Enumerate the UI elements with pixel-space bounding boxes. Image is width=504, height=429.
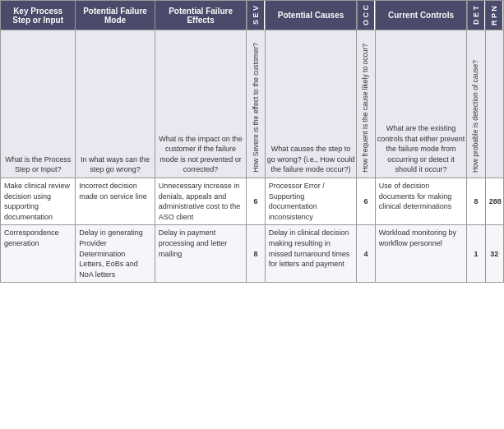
question-det: How probable is detection of cause? bbox=[467, 30, 485, 178]
col-header-failure-mode: Potential Failure Mode bbox=[76, 1, 155, 30]
col-header-rpn: R P N bbox=[485, 1, 503, 30]
cell-occ-1: 6 bbox=[357, 178, 375, 225]
cell-failure-effects-1: Unnecessary increase in denials, appeals… bbox=[155, 178, 247, 225]
cell-controls-2: Workload monitoring by workflow personne… bbox=[375, 225, 467, 283]
header-row-questions: What is the Process Step or Input? In wh… bbox=[1, 30, 504, 178]
col-header-occ: O C C bbox=[357, 1, 375, 30]
question-causes: What causes the step to go wrong? (i.e.,… bbox=[265, 30, 357, 178]
cell-process-2: Correspondence generation bbox=[1, 225, 76, 283]
col-header-failure-effects: Potential Failure Effects bbox=[155, 1, 247, 30]
cell-sev-2: 8 bbox=[247, 225, 265, 283]
question-sev: How Severe is the effect to the customer… bbox=[247, 30, 265, 178]
cell-occ-2: 4 bbox=[357, 225, 375, 283]
question-occ: How frequent is the cause likely to occu… bbox=[357, 30, 375, 178]
col-header-causes: Potential Causes bbox=[265, 1, 357, 30]
cell-causes-2: Delay in clinical decision making result… bbox=[265, 225, 357, 283]
cell-failure-mode-2: Delay in generating Provider Determinati… bbox=[76, 225, 155, 283]
cell-rpn-2: 32 bbox=[485, 225, 503, 283]
cell-causes-1: Processor Error / Supporting documentati… bbox=[265, 178, 357, 225]
cell-process-1: Make clinical review decision using supp… bbox=[1, 178, 76, 225]
question-process: What is the Process Step or Input? bbox=[1, 30, 76, 178]
cell-det-2: 1 bbox=[467, 225, 485, 283]
header-row-main: Key Process Step or Input Potential Fail… bbox=[1, 1, 504, 30]
cell-controls-1: Use of decision documents for making cli… bbox=[375, 178, 467, 225]
question-controls: What are the existing controls that eith… bbox=[375, 30, 467, 178]
cell-det-1: 8 bbox=[467, 178, 485, 225]
table-row: Correspondence generation Delay in gener… bbox=[1, 225, 504, 283]
question-failure-mode: In what ways can the step go wrong? bbox=[76, 30, 155, 178]
fmea-table: Key Process Step or Input Potential Fail… bbox=[0, 0, 504, 283]
col-header-sev: S E V bbox=[247, 1, 265, 30]
cell-failure-mode-1: Incorrect decision made on service line bbox=[76, 178, 155, 225]
cell-failure-effects-2: Delay in payment processing and letter m… bbox=[155, 225, 247, 283]
col-header-controls: Current Controls bbox=[375, 1, 467, 30]
cell-sev-1: 6 bbox=[247, 178, 265, 225]
cell-rpn-1: 288 bbox=[485, 178, 503, 225]
question-failure-effects: What is the impact on the customer if th… bbox=[155, 30, 247, 178]
col-header-det: D E T bbox=[467, 1, 485, 30]
question-rpn bbox=[485, 30, 503, 178]
col-header-process: Key Process Step or Input bbox=[1, 1, 76, 30]
table-row: Make clinical review decision using supp… bbox=[1, 178, 504, 225]
